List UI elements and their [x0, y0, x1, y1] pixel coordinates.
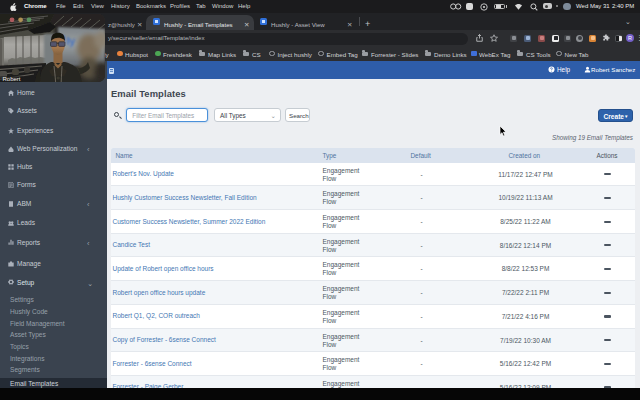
svg-text:ly: ly	[67, 35, 77, 47]
